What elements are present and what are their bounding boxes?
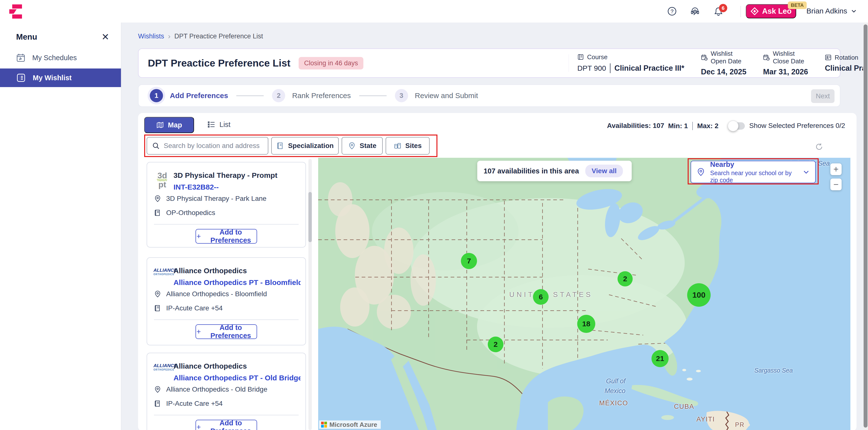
chevron-down-icon: [803, 168, 810, 176]
stepper: 1 Add Preferences 2 Rank Preferences 3 R…: [138, 84, 840, 107]
breadcrumb-wishlists-link[interactable]: Wishlists: [138, 32, 164, 40]
notifications-bell-icon[interactable]: 6: [714, 6, 723, 16]
next-button[interactable]: Next: [811, 89, 835, 103]
show-selected-label: Show Selected Preferences 0/2: [749, 122, 845, 130]
min-max: Min: 1 Max: 2: [668, 122, 718, 130]
step-2-label[interactable]: Rank Preferences: [292, 91, 351, 100]
site-card: ALLIANCE ORTHOPEDICS Alliance Orthopedic…: [147, 353, 306, 430]
site-name: 3D Physical Therapy - Prompt: [174, 171, 277, 179]
map-label-gulf-1: Gulf of: [606, 377, 626, 385]
step-1-label[interactable]: Add Preferences: [170, 91, 228, 100]
sites-filter-button[interactable]: Sites: [385, 137, 430, 154]
map-label-ayiti: AYITI: [696, 415, 715, 423]
site-name: Alliance Orthopedics: [174, 362, 247, 370]
leo-logo-icon: [750, 7, 759, 16]
map-label-gulf-2: Mexico: [604, 387, 626, 395]
close-date-value: Mar 31, 2026: [763, 67, 808, 76]
plus-icon: [196, 233, 202, 240]
add-to-preferences-button[interactable]: Add to Preferences: [195, 420, 257, 430]
calendar-icon: [701, 54, 708, 61]
add-to-preferences-button[interactable]: Add to Preferences: [195, 324, 257, 339]
site-logo: ALLIANCE ORTHOPEDICS: [153, 267, 171, 276]
help-icon[interactable]: ?: [667, 6, 677, 16]
map-zoom-out-button[interactable]: −: [830, 178, 842, 190]
detail-open-date: Wishlist Open Date Dec 14, 2025: [692, 50, 754, 76]
page-scrollbar[interactable]: [863, 23, 868, 430]
detail-close-date: Wishlist Close Date Mar 31, 2026: [754, 50, 816, 76]
site-link[interactable]: INT-E32B82--: [174, 183, 219, 191]
map-cluster[interactable]: 6: [533, 289, 549, 305]
site-name: Alliance Orthopedics: [174, 267, 247, 275]
page-title: DPT Preactice Preference List: [148, 57, 290, 69]
rotation-name: Clinical Practice III Rot…: [825, 64, 868, 73]
user-menu[interactable]: Brian Adkins: [806, 7, 857, 15]
chevron-down-icon: [851, 8, 857, 14]
close-icon[interactable]: ✕: [101, 32, 109, 41]
show-selected-toggle[interactable]: [730, 122, 745, 130]
map-cluster[interactable]: 18: [577, 315, 595, 333]
specialization-filter-button[interactable]: Specialization: [271, 137, 339, 154]
map-cluster[interactable]: 2: [618, 271, 633, 286]
add-to-preferences-button[interactable]: Add to Preferences: [195, 229, 257, 243]
map-zoom-in-button[interactable]: +: [830, 163, 842, 175]
ask-leo-label: Ask Leo: [762, 7, 792, 16]
breadcrumb-current: DPT Preactice Preference List: [175, 32, 263, 40]
list-view-toggle[interactable]: List: [207, 120, 230, 128]
step-connector: [236, 95, 264, 96]
detail-rotation: Rotation Clinical Practice III Rot… (Dec…: [816, 54, 868, 73]
site-location: Alliance Orthopedics - Old Bridge: [166, 385, 267, 393]
sidebar-item-my-schedules[interactable]: My Schedules: [0, 49, 121, 66]
user-name: Brian Adkins: [806, 7, 847, 15]
sites-building-icon: [394, 142, 402, 150]
step-3-label[interactable]: Review and Submit: [415, 91, 478, 100]
map-cluster[interactable]: 7: [461, 253, 477, 269]
site-specialty: IP-Acute Care +54: [166, 400, 223, 407]
sidebar-item-my-wishlist[interactable]: My Wishlist: [0, 68, 121, 87]
notification-count-badge: 6: [719, 4, 727, 12]
step-2-circle[interactable]: 2: [272, 89, 285, 102]
map-canvas[interactable]: UNITED STATES Gulf of Mexico MÉXICO CUBA…: [318, 158, 850, 430]
site-specialty: OP-Orthopedics: [166, 209, 215, 217]
breadcrumb-chevron-icon: ›: [168, 32, 170, 40]
nearby-title: Nearby: [710, 161, 798, 169]
exxat-logo[interactable]: [8, 4, 23, 19]
map-cluster[interactable]: 100: [687, 283, 711, 307]
support-headset-icon[interactable]: [690, 6, 700, 16]
wishlist-details: Course DPT 900 Clinical Practice III* Wi…: [569, 49, 868, 77]
list-scrollbar[interactable]: [308, 159, 312, 430]
map-availabilities-overlay: 107 availabilities in this area View all: [477, 161, 632, 181]
rotation-people-icon: [825, 54, 832, 61]
specialty-book-icon: [154, 209, 161, 217]
availabilities-count: Availabilities: 107: [607, 122, 664, 130]
open-date-value: Dec 14, 2025: [701, 67, 746, 76]
map-cluster[interactable]: 2: [488, 337, 503, 352]
map-view-toggle[interactable]: Map: [144, 117, 194, 133]
step-1-circle[interactable]: 1: [150, 89, 163, 102]
pin-icon: [154, 290, 161, 298]
plus-icon: [196, 424, 202, 430]
sidebar-item-label: My Wishlist: [33, 74, 71, 82]
topbar: ? 6 Ask Leo BETA Brian Adki: [0, 0, 868, 23]
attribution-text: Microsoft Azure: [330, 421, 377, 429]
nearby-pin-icon: [696, 168, 705, 176]
search-input[interactable]: [164, 142, 261, 150]
site-link[interactable]: Alliance Orthopedics PT - Old Bridge: [174, 374, 301, 382]
map-icon: [156, 121, 164, 129]
calendar-icon: [763, 54, 770, 61]
site-link[interactable]: Alliance Orthopedics PT - Bloomfield …: [174, 278, 301, 287]
list-scrollbar-thumb[interactable]: [308, 192, 312, 242]
site-logo: ALLIANCE ORTHOPEDICS: [153, 363, 171, 371]
refresh-icon[interactable]: [815, 142, 824, 151]
map-label-pr: PR: [735, 421, 745, 428]
nearby-search[interactable]: Nearby Search near your school or by zip…: [690, 161, 816, 183]
step-3-circle[interactable]: 3: [395, 89, 408, 102]
max-value: Max: 2: [697, 122, 718, 130]
svg-text:?: ?: [671, 8, 674, 15]
map-cluster[interactable]: 21: [651, 350, 669, 367]
location-search: [147, 137, 268, 154]
map-label-united-states: UNITED STATES: [509, 291, 593, 299]
view-all-button[interactable]: View all: [585, 165, 623, 177]
site-location: 3D Physical Therapy - Park Lane: [166, 195, 266, 203]
state-filter-button[interactable]: State: [342, 137, 383, 154]
page-scrollbar-thumb[interactable]: [864, 25, 868, 428]
